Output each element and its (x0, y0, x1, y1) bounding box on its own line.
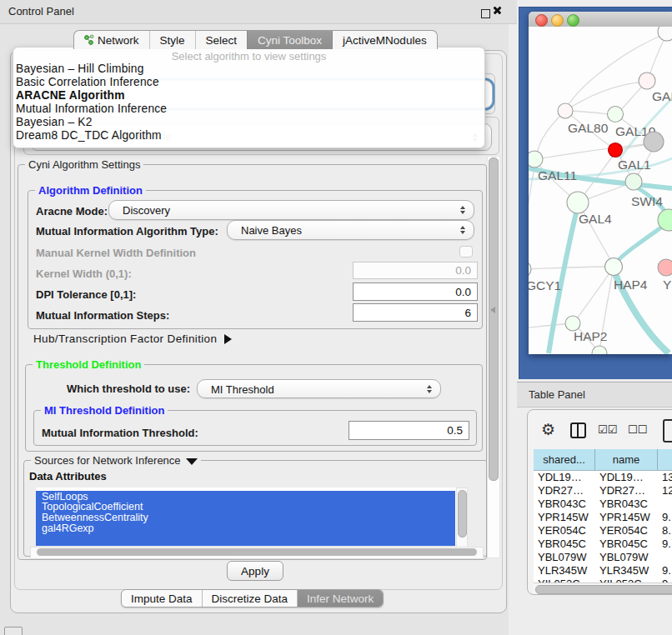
table-row[interactable]: YDR27…YDR27…12 (534, 483, 672, 497)
mi-algorithm-type-combo[interactable]: Naive Bayes (227, 220, 474, 240)
aracne-mode-label: Aracne Mode: (36, 205, 108, 218)
algorithm-dropdown-popup: Select algorithm to view settings Bayesi… (13, 47, 485, 148)
table-horizontal-scrollbar-thumb[interactable] (535, 585, 672, 594)
table-cell: YLR345W (595, 564, 658, 577)
table-cell: YPR145W (534, 511, 595, 523)
control-panel-titlebar: Control Panel (0, 0, 517, 24)
table-cell: YDR27… (534, 484, 595, 497)
tab-impute-data[interactable]: Impute Data (122, 590, 202, 607)
select-all-icon[interactable]: ☑☑ (598, 423, 617, 436)
aracne-mode-value: Discovery (123, 204, 170, 217)
tab-style[interactable]: Style (149, 31, 195, 49)
attributes-vertical-scrollbar-thumb[interactable] (458, 490, 467, 538)
dropdown-option[interactable]: Basic Correlation Inference (16, 76, 167, 89)
node-top-partial[interactable] (658, 27, 672, 41)
node-y-salmon[interactable] (658, 259, 672, 276)
table-row[interactable]: YDL19…YDL19…13 (534, 470, 672, 483)
gear-icon[interactable]: ⚙ (541, 422, 555, 438)
attribute-item[interactable]: gal4RGexp (36, 523, 455, 534)
attribute-item[interactable]: BetweennessCentrality (36, 512, 455, 523)
column-shared-name[interactable]: shared... (534, 449, 595, 470)
dropdown-option[interactable]: ARACNE Algorithm (16, 89, 167, 102)
float-window-icon[interactable] (481, 9, 490, 18)
zoom-traffic-light-icon[interactable] (567, 14, 579, 27)
network-edge[interactable] (574, 267, 614, 323)
node-gray[interactable] (644, 132, 664, 152)
tab-cyni-toolbox[interactable]: Cyni Toolbox (247, 31, 332, 49)
mi-threshold-field[interactable]: 0.5 (349, 421, 469, 440)
tab-jactivemnodules[interactable]: jActiveMNodules (332, 31, 437, 49)
kernel-width-value: 0.0 (455, 264, 471, 277)
add-column-icon[interactable] (663, 419, 672, 442)
which-threshold-combo[interactable]: MI Threshold (197, 379, 441, 398)
attributes-horizontal-scrollbar-thumb[interactable] (37, 548, 477, 556)
columns-icon[interactable] (570, 422, 586, 438)
manual-kernel-checkbox[interactable] (459, 246, 473, 258)
mi-threshold-title: MI Threshold Definition (41, 404, 168, 417)
collapse-arrow-icon[interactable] (186, 458, 198, 465)
network-edge[interactable] (529, 267, 614, 269)
table-row[interactable]: YBR045CYBR045C9. (534, 537, 672, 550)
node-gcy1[interactable] (529, 261, 531, 278)
table-row[interactable]: YPR145WYPR145W9. (534, 510, 672, 523)
kernel-width-field[interactable]: 0.0 (353, 262, 478, 279)
dropdown-option[interactable]: Bayesian – Hill Climbing (16, 62, 167, 76)
column-name[interactable]: name (595, 449, 658, 470)
node-gal10[interactable] (608, 107, 624, 122)
table-panel-header: Table Panel (517, 382, 672, 408)
tab-select[interactable]: Select (195, 31, 248, 49)
table-header-row: shared... name (534, 449, 672, 471)
network-edge[interactable] (536, 111, 565, 159)
dock-icon[interactable] (4, 627, 23, 635)
table-cell: 8. (658, 524, 672, 537)
network-edge[interactable] (565, 82, 647, 111)
settings-scrollbar-thumb[interactable] (489, 158, 499, 481)
which-threshold-value: MI Threshold (211, 382, 274, 395)
node-hap4[interactable] (605, 258, 623, 276)
dpi-tolerance-field[interactable]: 0.0 (353, 282, 478, 301)
table-row[interactable]: YLR345WYLR345W9. (534, 563, 672, 577)
dpi-tolerance-value: 0.0 (455, 286, 471, 298)
app: Control Panel Inference Algorithm gal-fi… (0, 0, 672, 635)
node-swi4[interactable] (625, 173, 642, 190)
tab-impute-data-label: Impute Data (131, 592, 193, 605)
apply-label: Apply (241, 565, 269, 578)
dropdown-option[interactable]: Dream8 DC_TDC Algorithm (16, 129, 167, 142)
node-gal-pink[interactable] (639, 72, 655, 89)
tab-infer-network[interactable]: Infer Network (297, 590, 383, 607)
table-cell: YBR043C (595, 498, 658, 510)
network-edge-thick[interactable] (615, 223, 667, 263)
table-cell: YBR045C (595, 538, 658, 550)
minimize-traffic-light-icon[interactable] (551, 14, 564, 27)
dropdown-option[interactable]: Mutual Information Inference (16, 102, 167, 116)
node-label: GAL80 (568, 121, 609, 135)
close-traffic-light-icon[interactable] (535, 14, 548, 27)
data-attributes-label: Data Attributes (29, 470, 107, 482)
node-gal11[interactable] (529, 151, 543, 168)
table-row[interactable]: YER054CYER054C8. (534, 523, 672, 537)
node-gal1[interactable] (609, 143, 623, 158)
node-label: SWI4 (631, 194, 663, 208)
splitpane-arrow-icon[interactable] (490, 307, 495, 313)
table-row[interactable]: YIL052CYIL052C9. (534, 577, 672, 582)
apply-button[interactable]: Apply (227, 561, 283, 581)
table-horizontal-scrollbar[interactable] (534, 582, 672, 595)
deselect-all-icon[interactable]: ☐☐ (628, 423, 647, 436)
column-partial[interactable] (658, 449, 672, 470)
table-cell: YLR345W (534, 564, 595, 577)
table-row[interactable]: YBR043CYBR043C (534, 497, 672, 510)
dropdown-option[interactable]: Bayesian – K2 (16, 116, 167, 129)
tab-network[interactable]: Network (74, 31, 149, 49)
table-row[interactable]: YBL079WYBL079W (534, 550, 672, 563)
aracne-mode-combo[interactable]: Discovery (108, 200, 474, 220)
data-attributes-list[interactable]: SelfLoopsTopologicalCoefficientBetweenne… (36, 488, 466, 546)
node-gal80[interactable] (558, 103, 573, 118)
tab-discretize-data[interactable]: Discretize Data (202, 590, 298, 607)
node-gal4[interactable] (567, 192, 589, 213)
network-edge[interactable] (529, 159, 536, 269)
hub-definition-label[interactable]: Hub/Transcription Factor Definition (33, 332, 217, 345)
tab-select-label: Select (206, 34, 238, 47)
mi-steps-field[interactable]: 6 (353, 303, 478, 322)
network-canvas[interactable]: GALGAL80GAL10GAL1GAL11SWI4GAL4GCY1HAP4YH… (529, 27, 672, 354)
expand-arrow-icon[interactable] (224, 334, 232, 344)
